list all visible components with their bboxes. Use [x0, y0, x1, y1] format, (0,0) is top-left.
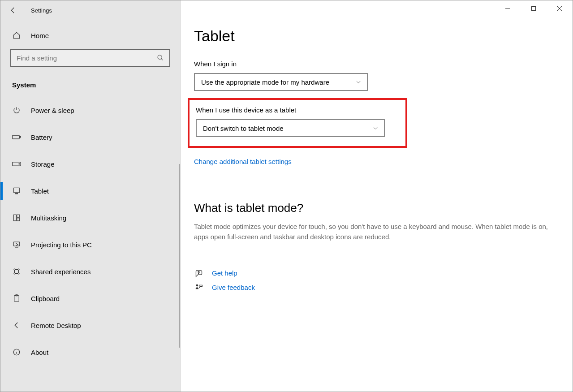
window-minimize-button[interactable]: [495, 0, 521, 17]
clipboard-icon: [12, 294, 21, 303]
sidebar-home-label: Home: [31, 32, 49, 39]
highlighted-tablet-use-group: When I use this device as a tablet Don't…: [188, 98, 407, 148]
svg-point-11: [18, 273, 19, 274]
sidebar-item-label: Remote Desktop: [31, 322, 81, 329]
sidebar-scrollbar[interactable]: [179, 164, 180, 348]
tablet-icon: [12, 186, 21, 195]
remote-icon: [12, 321, 21, 330]
multitasking-icon: [12, 213, 21, 222]
sidebar-item-storage[interactable]: Storage: [0, 151, 180, 177]
shared-icon: [12, 267, 21, 276]
svg-rect-15: [532, 7, 536, 11]
sidebar-nav-list: Power & sleep Battery Storage Tablet: [0, 97, 180, 366]
battery-icon: [12, 133, 21, 142]
power-icon: [12, 106, 21, 115]
search-input[interactable]: [17, 54, 142, 62]
svg-point-8: [14, 269, 15, 270]
tablet-use-label: When I use this device as a tablet: [196, 106, 395, 114]
sidebar-item-label: Power & sleep: [31, 107, 74, 114]
sidebar-item-remote-desktop[interactable]: Remote Desktop: [0, 312, 180, 339]
settings-sidebar: Settings Home System Power & sleep: [0, 0, 181, 392]
chevron-down-icon: [355, 79, 362, 85]
get-help-link[interactable]: Get help: [212, 269, 237, 277]
titlebar-left: Settings: [0, 0, 180, 20]
sidebar-item-power-sleep[interactable]: Power & sleep: [0, 97, 180, 124]
window-close-button[interactable]: [547, 0, 573, 17]
sidebar-item-label: Multitasking: [31, 214, 66, 222]
svg-rect-6: [16, 193, 18, 194]
sidebar-item-label: About: [31, 349, 48, 356]
chevron-down-icon: [372, 125, 379, 131]
window-controls: [495, 0, 573, 17]
help-icon: ?: [194, 269, 204, 277]
sidebar-item-label: Shared experiences: [31, 268, 90, 276]
what-is-tablet-heading: What is tablet mode?: [194, 201, 556, 215]
storage-icon: [12, 159, 21, 168]
sidebar-item-battery[interactable]: Battery: [0, 124, 180, 151]
feedback-icon: [194, 284, 204, 292]
search-input-container[interactable]: [10, 49, 170, 67]
window-maximize-button[interactable]: [521, 0, 547, 17]
signin-mode-value: Use the appropriate mode for my hardware: [201, 78, 329, 86]
tablet-use-dropdown[interactable]: Don't switch to tablet mode: [196, 119, 385, 137]
svg-text:?: ?: [198, 270, 199, 274]
sidebar-item-clipboard[interactable]: Clipboard: [0, 285, 180, 312]
sidebar-item-tablet[interactable]: Tablet: [0, 177, 180, 204]
back-arrow-icon[interactable]: [9, 6, 17, 15]
search-icon: [157, 54, 164, 61]
page-title: Tablet: [194, 27, 556, 45]
svg-point-17: [196, 284, 198, 286]
sidebar-item-projecting[interactable]: Projecting to this PC: [0, 231, 180, 258]
app-title: Settings: [31, 7, 52, 14]
svg-rect-5: [13, 188, 20, 193]
change-tablet-settings-link[interactable]: Change additional tablet settings: [194, 158, 292, 165]
sidebar-item-about[interactable]: About: [0, 339, 180, 366]
svg-point-4: [19, 164, 20, 164]
settings-main: Tablet When I sign in Use the appropriat…: [181, 0, 573, 392]
signin-mode-dropdown[interactable]: Use the appropriate mode for my hardware: [194, 73, 368, 91]
svg-point-9: [18, 269, 19, 270]
sidebar-item-label: Tablet: [31, 187, 49, 195]
tablet-use-value: Don't switch to tablet mode: [203, 125, 284, 132]
sidebar-item-label: Projecting to this PC: [31, 241, 92, 249]
sidebar-category: System: [0, 75, 180, 97]
sidebar-item-shared-experiences[interactable]: Shared experiences: [0, 258, 180, 285]
home-icon: [12, 31, 21, 40]
about-icon: [12, 348, 21, 357]
signin-label: When I sign in: [194, 60, 556, 68]
sidebar-item-multitasking[interactable]: Multitasking: [0, 204, 180, 231]
sidebar-home[interactable]: Home: [0, 20, 180, 49]
svg-point-10: [14, 273, 15, 274]
sidebar-item-label: Storage: [31, 160, 55, 168]
projecting-icon: [12, 240, 21, 249]
svg-rect-2: [20, 136, 21, 138]
what-is-tablet-description: Tablet mode optimizes your device for to…: [194, 221, 548, 242]
sidebar-item-label: Clipboard: [31, 295, 60, 302]
give-feedback-link[interactable]: Give feedback: [212, 284, 255, 291]
svg-point-0: [158, 55, 162, 59]
svg-rect-1: [13, 135, 19, 139]
sidebar-item-label: Battery: [31, 134, 52, 141]
